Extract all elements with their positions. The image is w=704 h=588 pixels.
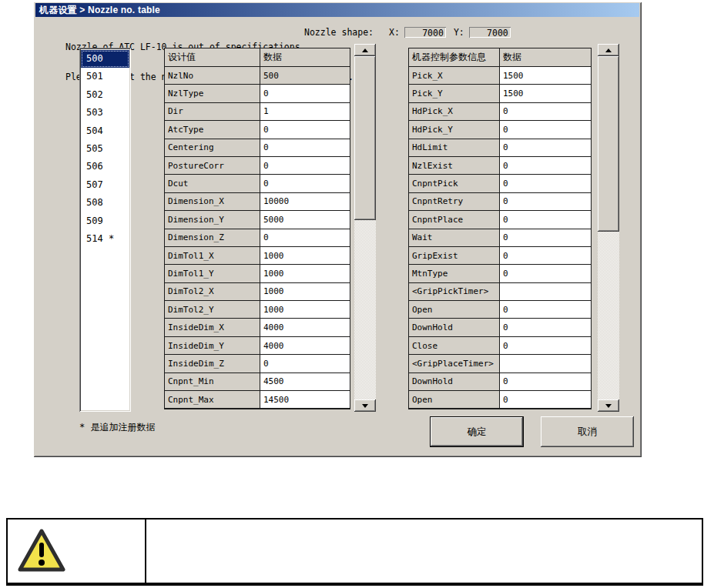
param-value-cell: 0 <box>260 229 350 247</box>
param-name-cell: Cnpnt_Min <box>165 373 260 391</box>
param-value-cell: 0 <box>500 211 591 229</box>
param-value-cell: 0 <box>500 265 591 282</box>
param-name-cell: <GripPlaceTimer> <box>409 355 500 373</box>
param-name-cell: Wait <box>409 229 500 247</box>
param-value-cell <box>500 283 591 301</box>
param-name-cell: CnpntRetry <box>409 193 500 211</box>
param-name-cell: Open <box>409 301 500 319</box>
nozzle-number-list[interactable]: 500501502503504505506507508509514 * <box>79 48 131 412</box>
table-column-header: 数据 <box>260 48 350 67</box>
arrow-up-icon <box>362 48 368 52</box>
param-value-cell: 0 <box>260 175 350 192</box>
param-value-cell: 0 <box>500 157 591 175</box>
param-value-cell: 14500 <box>260 391 350 409</box>
scrollbar-track[interactable] <box>354 56 376 399</box>
param-name-cell: Open <box>409 391 500 409</box>
param-value-cell: 0 <box>500 373 591 391</box>
ok-button[interactable]: 确定 <box>430 416 524 447</box>
param-name-cell: GripExist <box>409 247 500 265</box>
scrollbar-thumb[interactable] <box>598 56 619 232</box>
nozzle-list-item[interactable]: 500 <box>81 50 129 68</box>
machine-table-scrollbar[interactable] <box>598 44 619 412</box>
param-name-cell: Pick_X <box>409 67 500 85</box>
param-name-cell: <GripPickTimer> <box>409 283 500 301</box>
param-value-cell: 4000 <box>260 337 350 355</box>
param-value-cell: 0 <box>500 229 591 247</box>
param-name-cell: DownHold <box>409 319 500 336</box>
param-name-cell: Dimension_X <box>165 193 260 211</box>
param-name-cell: AtcType <box>165 121 260 139</box>
param-value-cell: 4000 <box>260 319 350 336</box>
param-name-cell: HdPick_Y <box>409 121 500 139</box>
cancel-button[interactable]: 取消 <box>541 416 634 447</box>
nozzle-table-dialog: 机器设置 > Nozzle no. table Nozzle of ATC LF… <box>33 2 642 457</box>
param-value-cell: 0 <box>500 139 591 157</box>
caution-icon-cell <box>8 520 146 583</box>
param-name-cell: DimTol1_X <box>165 247 260 265</box>
param-value-cell: 0 <box>500 319 591 336</box>
param-value-cell: 0 <box>500 121 591 139</box>
param-name-cell: InsideDim_Y <box>165 337 260 355</box>
param-name-cell: Pick_Y <box>409 85 500 102</box>
nozzle-shape-y-field[interactable]: 7000 <box>469 27 511 38</box>
scroll-up-button[interactable] <box>354 44 376 56</box>
param-value-cell <box>500 355 591 373</box>
param-value-cell: 1500 <box>500 85 591 102</box>
param-name-cell: HdLimit <box>409 139 500 157</box>
param-name-cell: CnpntPick <box>409 175 500 192</box>
y-axis-label: Y: <box>454 27 464 38</box>
param-value-cell: 5000 <box>260 211 350 229</box>
param-value-cell: 0 <box>260 121 350 139</box>
machine-parameter-table: 机器控制参数信息数据Pick_X1500Pick_Y1500HdPick_X0H… <box>408 48 592 409</box>
x-axis-label: X: <box>389 27 400 38</box>
scroll-down-button[interactable] <box>598 399 619 412</box>
param-name-cell: Dir <box>165 103 260 121</box>
nozzle-list-item[interactable]: 505 <box>81 140 129 158</box>
param-name-cell: InsideDim_Z <box>165 355 260 373</box>
nozzle-list-item[interactable]: 501 <box>81 68 129 85</box>
param-value-cell: 0 <box>260 139 350 157</box>
nozzle-list-item[interactable]: 507 <box>81 176 129 194</box>
design-table-scrollbar[interactable] <box>354 44 376 412</box>
param-value-cell: 0 <box>500 247 591 265</box>
param-value-cell: 0 <box>500 175 591 192</box>
scroll-up-button[interactable] <box>598 44 619 56</box>
param-name-cell: Cnpnt_Max <box>165 391 260 409</box>
param-name-cell: Centering <box>165 139 260 157</box>
table-column-header: 机器控制参数信息 <box>409 48 500 67</box>
caution-section <box>6 518 703 586</box>
nozzle-list-item[interactable]: 503 <box>81 104 129 122</box>
table-column-header: 数据 <box>500 48 591 67</box>
param-name-cell: DimTol2_X <box>165 283 260 301</box>
arrow-down-icon <box>605 404 612 408</box>
dialog-titlebar[interactable]: 机器设置 > Nozzle no. table <box>35 3 639 17</box>
nozzle-list-item[interactable]: 508 <box>81 194 129 212</box>
param-name-cell: CnpntPlace <box>409 211 500 229</box>
param-value-cell: 4500 <box>260 373 350 391</box>
param-value-cell: 0 <box>500 391 591 409</box>
nozzle-list-item[interactable]: 504 <box>81 122 129 140</box>
nozzle-list-item[interactable]: 509 <box>81 212 129 230</box>
nozzle-list-item[interactable]: 502 <box>81 86 129 104</box>
nozzle-shape-group: Nozzle shape: X: 7000 Y: 7000 <box>304 26 511 38</box>
scrollbar-track[interactable] <box>598 56 619 399</box>
nozzle-shape-x-field[interactable]: 7000 <box>404 27 446 38</box>
param-name-cell: NzlExist <box>409 157 500 175</box>
param-name-cell: Dimension_Y <box>165 211 260 229</box>
param-value-cell: 0 <box>500 193 591 211</box>
nozzle-list-item[interactable]: 514 * <box>81 230 129 248</box>
registered-data-footnote: * 是追加注册数据 <box>79 421 155 434</box>
scroll-down-button[interactable] <box>354 399 376 412</box>
scrollbar-thumb[interactable] <box>354 56 376 220</box>
param-name-cell: DimTol1_Y <box>165 265 260 282</box>
param-name-cell: InsideDim_X <box>165 319 260 336</box>
param-name-cell: NzlType <box>165 85 260 102</box>
arrow-up-icon <box>605 48 612 52</box>
param-name-cell: MtnType <box>409 265 500 282</box>
nozzle-list-item[interactable]: 506 <box>81 158 129 175</box>
param-name-cell: HdPick_X <box>409 103 500 121</box>
param-value-cell: 1000 <box>260 247 350 265</box>
param-value-cell: 1000 <box>260 301 350 319</box>
param-name-cell: PostureCorr <box>165 157 260 175</box>
param-value-cell: 0 <box>500 103 591 121</box>
